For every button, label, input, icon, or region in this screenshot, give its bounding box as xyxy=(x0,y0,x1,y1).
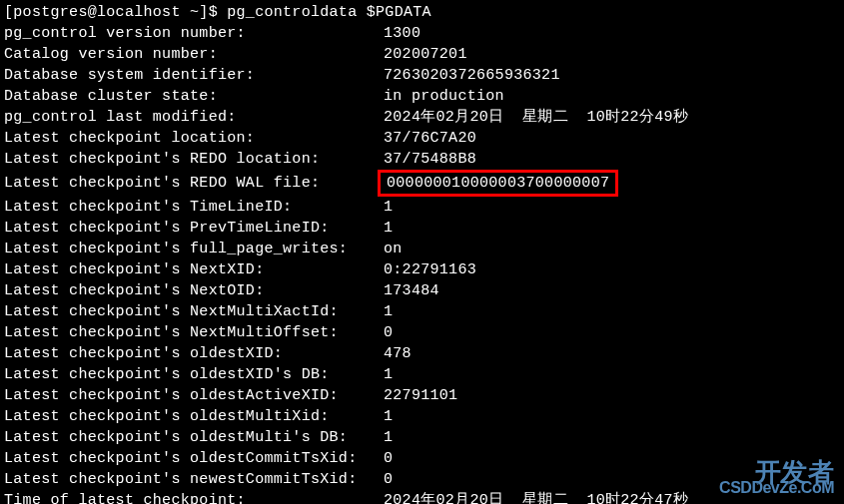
output-value: 0:22791163 xyxy=(384,261,476,278)
output-row: Latest checkpoint's oldestActiveXID:2279… xyxy=(4,385,840,406)
output-row: Latest checkpoint's REDO location:37/754… xyxy=(4,149,840,170)
output-label: pg_control last modified: xyxy=(4,107,384,128)
output-row: Catalog version number:202007201 xyxy=(4,44,840,65)
output-row: Latest checkpoint's REDO WAL file:000000… xyxy=(4,170,840,197)
output-row: pg_control version number:1300 xyxy=(4,23,840,44)
output-value: 1 xyxy=(384,199,393,216)
output-value: 173484 xyxy=(384,282,439,299)
output-row: Latest checkpoint's oldestMulti's DB:1 xyxy=(4,427,840,448)
output-value: 1 xyxy=(384,408,393,425)
output-value: on xyxy=(384,241,403,257)
output-label: Latest checkpoint's oldestMultiXid: xyxy=(4,406,384,427)
output-label: Latest checkpoint's full_page_writes: xyxy=(4,239,384,259)
output-label: Latest checkpoint location: xyxy=(4,128,384,149)
output-label: Time of latest checkpoint: xyxy=(4,490,384,504)
output-row: Latest checkpoint's oldestXID's DB:1 xyxy=(4,364,840,385)
output-label: Latest checkpoint's REDO location: xyxy=(4,149,384,170)
output-value-highlighted: 000000010000003700000007 xyxy=(378,170,618,197)
output-label: Latest checkpoint's REDO WAL file: xyxy=(4,173,384,194)
output-label: Latest checkpoint's oldestCommitTsXid: xyxy=(4,448,384,469)
output-label: Database system identifier: xyxy=(4,65,384,86)
command-line[interactable]: [postgres@localhost ~]$ pg_controldata $… xyxy=(4,2,840,23)
output-label: Latest checkpoint's oldestMulti's DB: xyxy=(4,427,384,448)
output-row: Latest checkpoint's PrevTimeLineID:1 xyxy=(4,218,840,239)
output-row: Time of latest checkpoint:2024年02月20日 星期… xyxy=(4,490,840,504)
watermark-bottom: CSDDevZe.CoM xyxy=(719,477,834,498)
output-row: Latest checkpoint's NextMultiXactId:1 xyxy=(4,301,840,322)
watermark: 开发者 CSDDevZe.CoM xyxy=(719,462,834,498)
output-row: Latest checkpoint location:37/76C7A20 xyxy=(4,128,840,149)
output-row: Database system identifier:7263020372665… xyxy=(4,65,840,86)
output-value: 37/75488B8 xyxy=(384,151,476,168)
output-label: Latest checkpoint's PrevTimeLineID: xyxy=(4,218,384,239)
output-label: Latest checkpoint's NextMultiOffset: xyxy=(4,322,384,343)
output-label: Latest checkpoint's oldestXID: xyxy=(4,343,384,364)
output-value: 1300 xyxy=(384,25,421,42)
output-value: 0 xyxy=(384,471,393,488)
output-label: Latest checkpoint's oldestActiveXID: xyxy=(4,385,384,406)
output-row: Latest checkpoint's oldestMultiXid:1 xyxy=(4,406,840,427)
output-label: Catalog version number: xyxy=(4,44,384,65)
output-value: 1 xyxy=(384,429,393,446)
output-row: Database cluster state:in production xyxy=(4,86,840,107)
output-row: pg_control last modified:2024年02月20日 星期二… xyxy=(4,107,840,128)
output-row: Latest checkpoint's newestCommitTsXid:0 xyxy=(4,469,840,490)
output-label: Latest checkpoint's NextMultiXactId: xyxy=(4,301,384,322)
output-row: Latest checkpoint's full_page_writes:on xyxy=(4,239,840,259)
output-value: 1 xyxy=(384,303,393,320)
shell-command: pg_controldata $PGDATA xyxy=(227,4,431,21)
output-label: Latest checkpoint's newestCommitTsXid: xyxy=(4,469,384,490)
output-value: 0 xyxy=(384,450,393,467)
output-value: 478 xyxy=(384,345,412,362)
output-row: Latest checkpoint's oldestXID:478 xyxy=(4,343,840,364)
output-value: 22791101 xyxy=(384,387,457,404)
output-value: 202007201 xyxy=(384,46,467,63)
output-row: Latest checkpoint's NextOID:173484 xyxy=(4,280,840,301)
output-value: 2024年02月20日 星期二 10时22分47秒 xyxy=(384,492,688,504)
output-value: in production xyxy=(384,88,504,105)
output-value: 2024年02月20日 星期二 10时22分49秒 xyxy=(384,109,688,126)
output-value: 37/76C7A20 xyxy=(384,130,476,147)
output-value: 1 xyxy=(384,220,393,237)
output-row: Latest checkpoint's NextMultiOffset:0 xyxy=(4,322,840,343)
output-row: Latest checkpoint's NextXID:0:22791163 xyxy=(4,259,840,280)
output-row: Latest checkpoint's oldestCommitTsXid:0 xyxy=(4,448,840,469)
output-label: Latest checkpoint's oldestXID's DB: xyxy=(4,364,384,385)
output-label: pg_control version number: xyxy=(4,23,384,44)
output-label: Latest checkpoint's NextXID: xyxy=(4,259,384,280)
output-label: Latest checkpoint's NextOID: xyxy=(4,280,384,301)
output-value: 7263020372665936321 xyxy=(384,67,560,84)
terminal-output: [postgres@localhost ~]$ pg_controldata $… xyxy=(4,2,840,504)
shell-prompt: [postgres@localhost ~]$ xyxy=(4,4,227,21)
output-label: Database cluster state: xyxy=(4,86,384,107)
output-label: Latest checkpoint's TimeLineID: xyxy=(4,197,384,218)
output-row: Latest checkpoint's TimeLineID:1 xyxy=(4,197,840,218)
output-value: 1 xyxy=(384,366,393,383)
output-value: 0 xyxy=(384,324,393,341)
